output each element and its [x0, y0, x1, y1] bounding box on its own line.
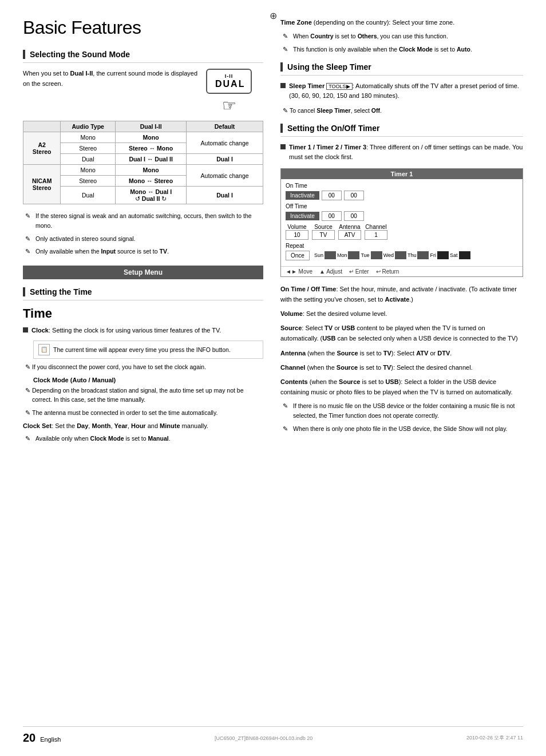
audio-type-stereo2: Stereo [61, 176, 116, 187]
channel-label: Channel [365, 224, 386, 230]
day-tue-box [371, 251, 382, 259]
section-bar-sleep-icon [280, 62, 283, 72]
off-time-row: Inactivate 00 00 [286, 211, 518, 221]
day-thu-label: Thu [407, 252, 417, 258]
bullet-sq-sleep-icon [280, 83, 286, 88]
audio-type-mono1: Mono [61, 132, 116, 143]
off-time-hours[interactable]: 00 [322, 211, 342, 221]
default-auto-change2: Automatic change [187, 165, 263, 187]
section-sound-mode: Selecting the Sound Mode [23, 50, 263, 63]
info-icon: 📋 [38, 344, 50, 355]
repeat-label: Repeat [286, 243, 518, 249]
volume-value[interactable]: 10 [286, 230, 308, 240]
page-title: Basic Features [23, 17, 263, 38]
timer-grid: On Time Inactivate 00 00 Off Time Inacti… [281, 179, 523, 266]
day-mon-label: Mon [337, 252, 347, 258]
on-time-inactivate-button[interactable]: Inactivate [286, 191, 319, 200]
bullet-square-icon [23, 327, 28, 333]
dual-display-area: I-II DUAL ☞ [206, 69, 263, 115]
volume-label: Volume [287, 224, 306, 230]
repeat-value[interactable]: Once [286, 251, 310, 260]
sound-mode-description: When you set to Dual I-II, the current s… [23, 69, 200, 115]
timer-bullet-text: Timer 1 / Timer 2 / Timer 3: Three diffe… [289, 143, 523, 163]
day-wed-box [395, 251, 406, 259]
desc-contents: Contents (when the Source is set to USB)… [280, 377, 523, 397]
col-header-audio-type: Audio Type [61, 121, 116, 132]
on-time-minutes[interactable]: 00 [344, 191, 364, 200]
note-country-others: When Country is set to Others, you can u… [280, 31, 523, 41]
on-time-hours[interactable]: 00 [322, 191, 342, 200]
channel-value[interactable]: 1 [365, 230, 387, 240]
file-info: [UC6500_ZT]BN68-02694H-00L03.indb 20 [215, 735, 312, 741]
col-header-dual: Dual I-II [116, 121, 187, 132]
nav-move: ◄► Move [286, 268, 312, 275]
channel-item: Channel 1 [365, 224, 387, 240]
audio-table: Audio Type Dual I-II Default A2Stereo Mo… [23, 121, 263, 204]
page-number: 20 [23, 731, 35, 745]
off-time-minutes[interactable]: 00 [344, 211, 364, 221]
note-one-photo: When there is only one photo file in the… [280, 424, 523, 434]
bullet-sq-timer-icon [280, 144, 286, 149]
table-row: A2Stereo Mono Mono Automatic change [23, 132, 263, 143]
day-thu-box [417, 251, 429, 259]
audio-type-mono2: Mono [61, 165, 116, 176]
dual-stereo2: Mono ↔ Stereo [116, 176, 187, 187]
desc-on-off-time: On Time / Off Time: Set the hour, minute… [280, 284, 523, 304]
source-item: Source TV [312, 224, 335, 240]
audio-type-dual1: Dual [61, 154, 116, 165]
day-sun-label: Sun [314, 252, 323, 258]
nav-enter: ↵ Enter [349, 268, 369, 275]
setup-menu-banner: Setup Menu [23, 266, 263, 279]
note-cancel-sleep: To cancel Sleep Timer, select Off. [280, 106, 523, 116]
default-dual2: Dual I [187, 187, 263, 204]
note-clock-auto: This function is only available when the… [280, 45, 523, 54]
note-clock-mode-manual: Available only when Clock Mode is set to… [23, 434, 263, 444]
setting-time-title: Setting the Time [30, 287, 92, 296]
off-time-label: Off Time [286, 203, 518, 209]
antenna-item: Antenna ATV [338, 224, 361, 240]
volume-item: Volume 10 [286, 224, 308, 240]
timer-nav: ◄► Move ▲ Adjust ↵ Enter ↩ Return [281, 266, 523, 276]
desc-volume: Volume: Set the desired volume level. [280, 308, 523, 319]
section-bar-icon [23, 50, 25, 59]
sleep-timer-bullet: Sleep Timer TOOLS▶: Automatically shuts … [280, 81, 523, 101]
note-antenna: The antenna must be connected in order t… [23, 408, 263, 418]
note-broadcast: Depending on the broadcast station and s… [23, 386, 263, 405]
source-value[interactable]: TV [312, 230, 335, 240]
source-label: Source [314, 224, 333, 230]
dual-dual1: Dual I ↔ Dual II [116, 154, 187, 165]
right-column: Time Zone (depending on the country): Se… [280, 17, 523, 446]
sound-desc-text: When you set to Dual I-II, the current s… [23, 69, 200, 89]
on-time-label: On Time [286, 183, 518, 189]
sleep-timer-text: Sleep Timer TOOLS▶: Automatically shuts … [289, 81, 523, 101]
day-tue-label: Tue [361, 252, 369, 258]
timer-bullet: Timer 1 / Timer 2 / Timer 3: Three diffe… [280, 143, 523, 163]
dual-dual2: Mono ↔ Dual I↺ Dual II ↻ [116, 187, 187, 204]
date-info: 2010-02-26 오후 2:47 11 [466, 734, 523, 742]
setup-menu-label: Setup Menu [124, 268, 163, 276]
audio-type-dual2: Dual [61, 187, 116, 204]
section-bar-onoff-icon [280, 124, 283, 133]
off-time-inactivate-button[interactable]: Inactivate [286, 212, 319, 220]
page-footer: 20 English [UC6500_ZT]BN68-02694H-00L03.… [23, 726, 523, 745]
col-header-empty [23, 121, 61, 132]
antenna-value[interactable]: ATV [338, 230, 361, 240]
clock-mode-heading: Clock Mode (Auto / Manual) [33, 377, 263, 383]
dual-box: I-II DUAL [206, 69, 252, 94]
note-stereo-weak: If the stereo signal is weak and an auto… [23, 211, 263, 231]
note-no-music: If there is no music file on the USB dev… [280, 401, 523, 421]
section-onoff-timer: Setting the On/Off Timer [280, 124, 523, 137]
nav-adjust: ▲ Adjust [319, 268, 342, 275]
section-sound-mode-title: Selecting the Sound Mode [30, 50, 130, 59]
dual-mono1: Mono [116, 132, 187, 143]
day-wed-label: Wed [383, 252, 394, 258]
note-power-cord: If you disconnect the power cord, you ha… [23, 362, 263, 372]
left-column: Basic Features Selecting the Sound Mode … [23, 17, 263, 446]
day-sun-box [325, 251, 336, 259]
dual-mono2: Mono [116, 165, 187, 176]
section-setting-time: Setting the Time [23, 287, 263, 300]
hand-press-icon: ☞ [206, 96, 252, 115]
dual-i-ii-label: I-II [215, 73, 243, 79]
sleep-timer-title: Using the Sleep Timer [287, 62, 371, 72]
timer-source-row: Volume 10 Source TV Antenna ATV Channe [286, 224, 518, 240]
